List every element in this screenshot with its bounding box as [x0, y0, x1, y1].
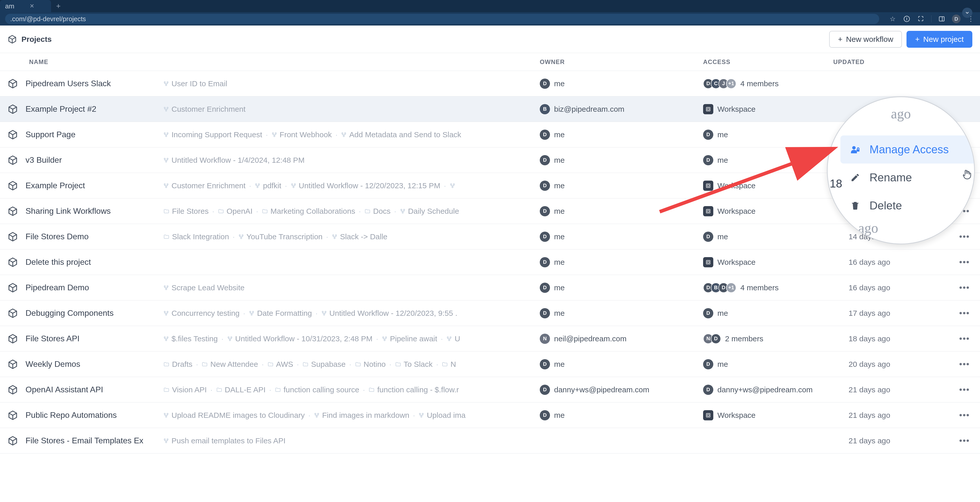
menu-delete[interactable]: Delete	[840, 192, 974, 220]
workflow-item[interactable]: Customer Enrichment	[163, 181, 245, 190]
workflow-item[interactable]: Slack -> Dalle	[332, 232, 387, 241]
folder-item[interactable]: function calling - $.flow.r	[369, 385, 459, 394]
workflow-item[interactable]: Customer Enrichment	[163, 105, 245, 113]
folder-item[interactable]: Notino	[355, 360, 386, 369]
table-row[interactable]: OpenAI Assistant APIVision API·DALL-E AP…	[0, 377, 980, 402]
table-row[interactable]: File Stores API$.files Testing·Untitled …	[0, 326, 980, 351]
svg-point-83	[421, 416, 422, 417]
row-more-button[interactable]: •••	[959, 384, 970, 395]
col-owner[interactable]: OWNER	[540, 59, 565, 65]
item-label: Docs	[373, 207, 390, 216]
workflow-item[interactable]	[450, 183, 458, 189]
table-row[interactable]: Delete this projectDmeWorkspace16 days a…	[0, 249, 980, 275]
project-box-icon	[8, 436, 18, 446]
workflow-item[interactable]: Upload README images to Cloudinary	[163, 411, 305, 419]
access-text: 4 members	[740, 283, 779, 292]
workflow-item[interactable]: Find images in markdown	[314, 411, 409, 419]
row-more-button[interactable]: •••	[959, 283, 970, 292]
row-more-button[interactable]: •••	[959, 410, 970, 420]
access-cell: Ddanny+ws@pipedream.com	[703, 384, 813, 395]
workflow-item[interactable]: Add Metadata and Send to Slack	[341, 130, 461, 139]
workflow-icon	[163, 132, 169, 138]
panel-icon[interactable]	[938, 15, 946, 23]
folder-item[interactable]: Slack Integration	[163, 232, 229, 241]
browser-tab[interactable]: am ✕	[0, 0, 51, 12]
folder-item[interactable]: function calling source	[275, 385, 360, 394]
workflow-item[interactable]: Scrape Lead Website	[163, 283, 245, 292]
item-label: Untitled Workflow - 1/4/2024, 12:48 PM	[172, 156, 304, 165]
folder-item[interactable]: DALL-E API	[216, 385, 266, 394]
workflow-item[interactable]: Upload ima	[418, 411, 466, 419]
tab-dropdown-button[interactable]	[962, 8, 972, 18]
col-name[interactable]: NAME	[29, 59, 48, 65]
workflow-item[interactable]: Untitled Workflow - 12/20/2023, 12:15 PM	[291, 181, 441, 190]
folder-item[interactable]: Docs	[364, 207, 390, 216]
workflow-item[interactable]: Untitled Workflow - 12/20/2023, 9:55 .	[321, 309, 457, 318]
table-row[interactable]: Pipedream DemoScrape Lead WebsiteDmeDBD+…	[0, 275, 980, 300]
workflow-item[interactable]: pdfkit	[255, 181, 281, 190]
svg-rect-90	[856, 149, 859, 151]
folder-item[interactable]: Vision API	[163, 385, 207, 394]
avatar: D	[540, 359, 550, 369]
table-row[interactable]: Sharing Link WorkflowsFile Stores·OpenAI…	[0, 199, 980, 224]
folder-item[interactable]: New Attendee	[202, 360, 258, 369]
workflow-icon	[163, 183, 169, 189]
folder-item[interactable]: Drafts	[163, 360, 192, 369]
workflow-item[interactable]: $.files Testing	[163, 334, 218, 343]
new-project-button[interactable]: + New project	[907, 31, 972, 48]
workflow-item[interactable]: Untitled Workflow - 10/31/2023, 2:48 PM	[227, 334, 372, 343]
table-row[interactable]: Pipedream Users SlackUser ID to EmailDme…	[0, 71, 980, 97]
folder-icon	[262, 208, 268, 214]
workflow-item[interactable]: Pipeline await	[382, 334, 437, 343]
table-row[interactable]: File Stores - Email Templates ExPush ema…	[0, 428, 980, 454]
item-label: Pipeline await	[390, 334, 437, 343]
close-tab-icon[interactable]: ✕	[30, 3, 34, 10]
workflow-item[interactable]: Daily Schedule	[400, 207, 459, 216]
avatar: D	[703, 232, 713, 242]
workflow-item[interactable]: Front Webhook	[272, 130, 332, 139]
extensions-icon[interactable]	[917, 15, 925, 23]
table-row[interactable]: Public Repo AutomationsUpload README ima…	[0, 402, 980, 428]
workflow-item[interactable]: Untitled Workflow - 1/4/2024, 12:48 PM	[163, 156, 304, 165]
folder-item[interactable]: File Stores	[163, 207, 208, 216]
folder-item[interactable]: To Slack	[395, 360, 433, 369]
password-icon[interactable]	[903, 15, 911, 23]
table-row[interactable]: Debugging ComponentsConcurrency testing·…	[0, 300, 980, 326]
workflow-item[interactable]: User ID to Email	[163, 79, 227, 88]
row-more-button[interactable]: •••	[959, 334, 970, 343]
workflow-item[interactable]: YouTube Transcription	[239, 232, 323, 241]
col-updated[interactable]: UPDATED	[833, 59, 865, 65]
menu-rename[interactable]: Rename	[840, 164, 974, 192]
table-row[interactable]: Example Project #2Customer EnrichmentBbi…	[0, 97, 980, 122]
svg-point-34	[453, 184, 455, 185]
row-more-button[interactable]: •••	[959, 257, 970, 267]
address-bar[interactable]: .com/@pd-devrel/projects	[5, 14, 879, 24]
row-more-button[interactable]: •••	[959, 232, 970, 241]
project-items: User ID to Email	[163, 79, 967, 88]
project-name: Support Page	[25, 130, 163, 139]
folder-item[interactable]: N	[442, 360, 456, 369]
new-tab-button[interactable]: +	[51, 2, 66, 11]
bookmark-icon[interactable]: ☆	[888, 15, 897, 23]
svg-point-22	[167, 158, 168, 159]
profile-avatar-button[interactable]: D	[952, 14, 961, 23]
workflow-item[interactable]: Concurrency testing	[163, 309, 240, 318]
workflow-item[interactable]: U	[446, 334, 460, 343]
workflow-item[interactable]: Push email templates to Files API	[163, 437, 286, 445]
folder-icon	[442, 361, 448, 367]
folder-item[interactable]: OpenAI	[218, 207, 253, 216]
folder-item[interactable]: AWS	[267, 360, 293, 369]
workflow-item[interactable]: Incoming Support Request	[163, 130, 262, 139]
folder-item[interactable]: Marketing Collaborations	[262, 207, 355, 216]
folder-item[interactable]: Supabase	[302, 360, 345, 369]
menu-manage-access[interactable]: Manage Access	[840, 135, 974, 164]
col-access[interactable]: ACCESS	[703, 59, 730, 65]
row-more-button[interactable]: •••	[959, 359, 970, 369]
row-more-button[interactable]: •••	[959, 436, 970, 446]
table-row[interactable]: Weekly DemosDrafts·New Attendee·AWS·Supa…	[0, 351, 980, 377]
row-more-button[interactable]: •••	[959, 308, 970, 318]
svg-point-38	[401, 209, 402, 210]
table-row[interactable]: File Stores DemoSlack Integration·YouTub…	[0, 224, 980, 249]
new-workflow-button[interactable]: + New workflow	[829, 31, 902, 48]
workflow-item[interactable]: Date Formatting	[249, 309, 312, 318]
